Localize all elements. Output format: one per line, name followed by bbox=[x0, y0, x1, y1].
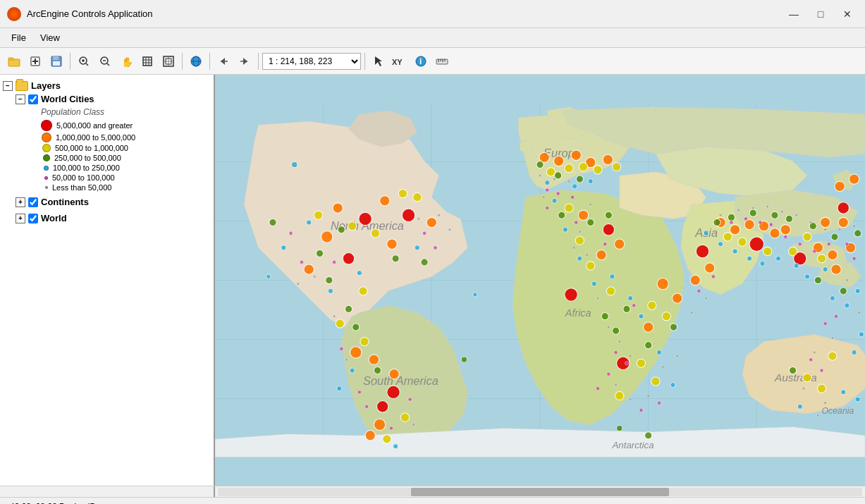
svg-text:South America: South America bbox=[363, 374, 438, 387]
toc-world-cities-checkbox[interactable] bbox=[28, 94, 38, 104]
svg-point-130 bbox=[662, 312, 670, 321]
zoom-extent-button[interactable] bbox=[159, 51, 178, 71]
svg-point-80 bbox=[389, 369, 399, 379]
svg-point-173 bbox=[789, 367, 796, 374]
toc-root-collapse[interactable]: − bbox=[3, 81, 13, 91]
map-area[interactable]: North America South America Europe Afric… bbox=[215, 75, 865, 486]
svg-point-89 bbox=[596, 250, 606, 259]
back-button[interactable] bbox=[214, 51, 233, 71]
xy-coords-button[interactable]: XY bbox=[390, 51, 410, 71]
svg-point-297 bbox=[813, 351, 816, 354]
svg-point-222 bbox=[340, 347, 343, 350]
svg-point-206 bbox=[823, 267, 828, 272]
svg-point-73 bbox=[333, 203, 343, 213]
svg-point-208 bbox=[845, 303, 849, 308]
svg-point-127 bbox=[587, 262, 595, 270]
svg-point-288 bbox=[780, 210, 783, 213]
legend-item-3: 500,000 to 1,000,000 bbox=[41, 143, 211, 153]
h-scrollbar[interactable] bbox=[218, 488, 862, 496]
svg-point-279 bbox=[647, 394, 650, 397]
separator-4 bbox=[258, 53, 259, 70]
toc-world-cities-collapse[interactable]: − bbox=[16, 94, 25, 104]
legend-label-2: 1,000,000 to 5,000,000 bbox=[56, 133, 135, 142]
svg-point-139 bbox=[817, 254, 826, 263]
svg-point-180 bbox=[328, 288, 333, 293]
svg-point-254 bbox=[809, 358, 813, 362]
svg-line-11 bbox=[86, 63, 88, 66]
svg-point-77 bbox=[387, 239, 397, 249]
save-button[interactable] bbox=[47, 51, 66, 71]
svg-point-295 bbox=[858, 312, 861, 314]
svg-point-72 bbox=[321, 231, 333, 242]
svg-point-194 bbox=[627, 296, 632, 301]
svg-point-147 bbox=[392, 255, 399, 262]
full-extent-button[interactable] bbox=[137, 51, 157, 71]
svg-point-223 bbox=[357, 391, 361, 394]
svg-point-124 bbox=[612, 163, 620, 171]
svg-point-76 bbox=[427, 217, 436, 227]
svg-point-176 bbox=[461, 357, 467, 362]
identify-button[interactable]: i bbox=[411, 51, 431, 71]
svg-point-300 bbox=[816, 414, 819, 417]
svg-point-74 bbox=[380, 196, 390, 206]
svg-rect-7 bbox=[53, 61, 60, 66]
svg-point-117 bbox=[360, 337, 369, 345]
svg-point-120 bbox=[546, 168, 555, 176]
toc-continents-expand[interactable]: + bbox=[16, 197, 25, 207]
svg-point-174 bbox=[645, 432, 652, 439]
toc-world-expand[interactable]: + bbox=[16, 214, 25, 223]
svg-point-150 bbox=[352, 324, 360, 331]
svg-point-286 bbox=[751, 207, 754, 209]
view-menu[interactable]: View bbox=[33, 31, 67, 44]
svg-point-132 bbox=[651, 377, 660, 386]
svg-point-265 bbox=[539, 174, 541, 177]
svg-point-109 bbox=[705, 263, 715, 273]
svg-point-275 bbox=[618, 340, 621, 343]
svg-point-273 bbox=[596, 297, 599, 300]
svg-point-285 bbox=[737, 209, 740, 211]
svg-point-138 bbox=[803, 233, 811, 241]
svg-point-90 bbox=[615, 239, 625, 249]
open-button[interactable] bbox=[4, 51, 24, 71]
svg-point-160 bbox=[623, 305, 630, 312]
svg-rect-16 bbox=[143, 57, 152, 66]
toc-continents-checkbox[interactable] bbox=[28, 197, 38, 207]
svg-point-200 bbox=[732, 249, 737, 254]
maximize-button[interactable]: □ bbox=[810, 6, 831, 22]
toc-root-label: Layers bbox=[31, 80, 61, 91]
svg-point-172 bbox=[814, 276, 821, 283]
close-button[interactable]: ✕ bbox=[837, 6, 858, 22]
svg-point-82 bbox=[365, 431, 375, 441]
svg-point-98 bbox=[770, 228, 780, 238]
svg-point-256 bbox=[297, 283, 300, 285]
svg-point-299 bbox=[824, 402, 827, 405]
svg-point-101 bbox=[828, 250, 838, 259]
add-data-button[interactable] bbox=[25, 51, 45, 71]
globe-button[interactable] bbox=[186, 51, 206, 71]
forward-button[interactable] bbox=[235, 51, 254, 71]
svg-point-170 bbox=[854, 230, 861, 237]
file-menu[interactable]: File bbox=[4, 31, 33, 44]
scale-select[interactable]: 1 : 214, 188, 223 bbox=[262, 53, 361, 70]
select-tool-button[interactable] bbox=[369, 51, 388, 71]
svg-point-64 bbox=[565, 288, 577, 301]
zoom-in-button[interactable] bbox=[74, 51, 94, 71]
svg-rect-36 bbox=[436, 59, 448, 64]
legend-circle-4 bbox=[43, 154, 50, 161]
zoom-out-button[interactable] bbox=[95, 51, 115, 71]
svg-point-296 bbox=[831, 336, 834, 339]
svg-point-175 bbox=[617, 425, 622, 431]
measure-button[interactable] bbox=[432, 51, 452, 71]
svg-point-212 bbox=[855, 397, 860, 402]
toc-layer-row-continents: + Continents bbox=[16, 195, 211, 209]
pan-button[interactable]: ✋ bbox=[116, 51, 136, 71]
svg-point-75 bbox=[304, 264, 314, 274]
toc-world-checkbox[interactable] bbox=[28, 214, 38, 223]
svg-point-282 bbox=[690, 312, 693, 314]
minimize-button[interactable]: — bbox=[783, 6, 804, 22]
svg-point-87 bbox=[603, 154, 613, 164]
svg-point-114 bbox=[359, 287, 367, 295]
svg-point-110 bbox=[314, 211, 322, 219]
h-scrollbar-thumb[interactable] bbox=[411, 488, 669, 496]
svg-point-207 bbox=[830, 296, 835, 301]
